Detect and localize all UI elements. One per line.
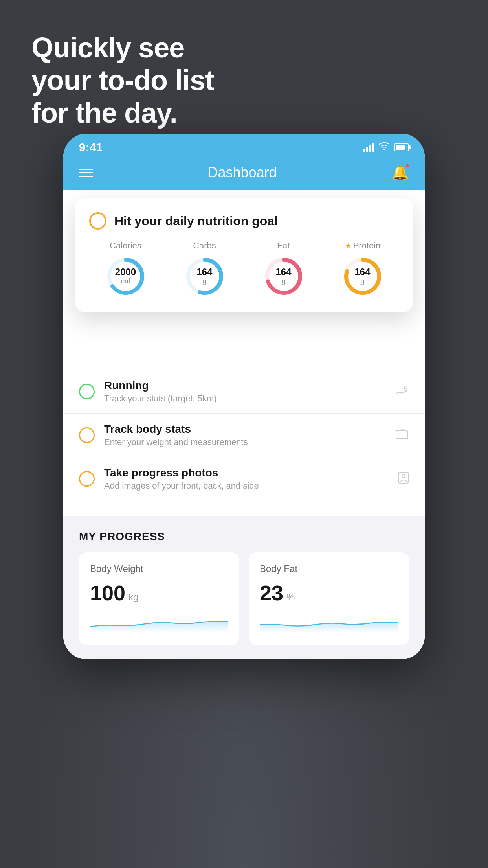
person-icon <box>398 471 409 487</box>
calories-value: 2000 <box>115 267 136 277</box>
calories-label: Calories <box>110 241 141 251</box>
wifi-icon <box>379 142 389 153</box>
body-fat-card-title: Body Fat <box>260 563 398 574</box>
signal-icon <box>363 143 374 152</box>
calories-donut: 2000 cal <box>104 255 147 298</box>
todo-text-photos: Take progress photos Add images of your … <box>104 467 389 491</box>
todo-item-body-stats[interactable]: Track body stats Enter your weight and m… <box>63 413 425 457</box>
nav-title: Dashboard <box>207 164 277 181</box>
floating-card: Hit your daily nutrition goal Calories 2… <box>75 198 413 312</box>
carbs-unit: g <box>202 278 206 285</box>
calories-unit: cal <box>121 278 130 285</box>
fat-unit: g <box>281 278 285 285</box>
headline: Quickly see your to-do list for the day. <box>31 31 214 129</box>
task-check-circle[interactable] <box>89 212 106 230</box>
card-title: Hit your daily nutrition goal <box>114 214 278 228</box>
nav-bar: Dashboard 🔔 <box>63 158 425 190</box>
body-weight-card[interactable]: Body Weight 100 kg <box>79 552 239 645</box>
battery-icon <box>394 143 409 151</box>
todo-subtitle-running: Track your stats (target: 5km) <box>104 394 385 404</box>
todo-circle-running <box>79 384 95 399</box>
todo-title-body-stats: Track body stats <box>104 423 385 436</box>
body-weight-card-title: Body Weight <box>90 563 228 574</box>
fat-label: Fat <box>277 241 290 251</box>
carbs-donut: 164 g <box>183 255 226 298</box>
body-fat-card[interactable]: Body Fat 23 % <box>249 552 409 645</box>
fat-value: 164 <box>275 267 291 277</box>
fat-item: Fat 164 g <box>262 241 305 298</box>
todo-title-running: Running <box>104 379 385 392</box>
fat-donut: 164 g <box>262 255 305 298</box>
protein-label: Protein <box>353 241 381 251</box>
body-fat-sparkline <box>260 613 398 633</box>
body-fat-value-row: 23 % <box>260 581 398 605</box>
todo-subtitle-body-stats: Enter your weight and measurements <box>104 437 385 447</box>
body-weight-unit: kg <box>128 592 138 603</box>
body-fat-unit: % <box>286 592 295 603</box>
nutrition-row: Calories 2000 cal Carbs <box>89 241 399 298</box>
carbs-item: Carbs 164 g <box>183 241 226 298</box>
todo-subtitle-photos: Add images of your front, back, and side <box>104 481 389 491</box>
body-weight-value-row: 100 kg <box>90 581 228 605</box>
protein-item: ★ Protein 164 g <box>341 241 384 298</box>
bell-icon[interactable]: 🔔 <box>391 164 409 181</box>
status-bar: 9:41 <box>63 134 425 158</box>
todo-circle-photos <box>79 471 95 487</box>
protein-unit: g <box>360 278 364 285</box>
todo-text-running: Running Track your stats (target: 5km) <box>104 379 385 404</box>
progress-cards: Body Weight 100 kg <box>79 552 409 645</box>
carbs-label: Carbs <box>193 241 216 251</box>
calories-item: Calories 2000 cal <box>104 241 147 298</box>
svg-point-12 <box>402 474 405 478</box>
todo-circle-body-stats <box>79 427 95 443</box>
progress-section: MY PROGRESS Body Weight 100 kg <box>63 516 425 659</box>
svg-point-8 <box>405 386 407 388</box>
running-icon <box>395 385 409 399</box>
carbs-value: 164 <box>196 267 212 277</box>
body-weight-value: 100 <box>90 581 125 605</box>
phone-frame: 9:41 Dashboard 🔔 <box>63 134 425 659</box>
hamburger-menu[interactable] <box>79 169 93 177</box>
todo-text-body-stats: Track body stats Enter your weight and m… <box>104 423 385 447</box>
scale-icon <box>395 428 409 442</box>
progress-title: MY PROGRESS <box>79 530 409 543</box>
protein-label-row: ★ Protein <box>345 241 381 251</box>
status-icons <box>363 142 409 153</box>
notification-dot <box>405 164 410 168</box>
protein-donut: 164 g <box>341 255 384 298</box>
todo-title-photos: Take progress photos <box>104 467 389 479</box>
star-icon: ★ <box>345 241 352 250</box>
body-fat-value: 23 <box>260 581 283 605</box>
todo-item-running[interactable]: Running Track your stats (target: 5km) <box>63 370 425 413</box>
body-weight-sparkline <box>90 613 228 633</box>
protein-value: 164 <box>354 267 370 277</box>
todo-item-photos[interactable]: Take progress photos Add images of your … <box>63 457 425 500</box>
content-area: THINGS TO DO TODAY Hit your daily nutrit… <box>63 190 425 659</box>
status-time: 9:41 <box>79 141 103 154</box>
